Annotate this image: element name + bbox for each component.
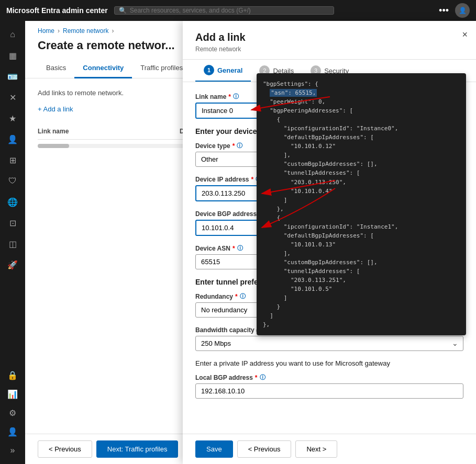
topbar: Microsoft Entra admin center 🔍 ••• 👤 <box>0 0 476 21</box>
local-bgp-input[interactable] <box>195 383 463 399</box>
search-input[interactable] <box>130 7 329 14</box>
sidebar-icon-globe[interactable]: 🌐 <box>3 193 22 211</box>
panel-prev-button[interactable]: < Previous <box>237 440 292 458</box>
app-brand: Microsoft Entra admin center <box>6 6 108 15</box>
breadcrumb-section[interactable]: Remote network <box>63 27 108 35</box>
sidebar-icon-groups[interactable]: ⊞ <box>3 151 22 169</box>
breadcrumb-sep1: › <box>58 27 60 35</box>
device-type-info-icon[interactable]: ⓘ <box>237 142 242 150</box>
avatar[interactable]: 👤 <box>455 3 470 18</box>
more-options-icon[interactable]: ••• <box>439 5 449 16</box>
sidebar-icon-expand[interactable]: » <box>3 441 22 460</box>
panel-subtitle: Remote network <box>195 46 463 53</box>
panel-tab-general-label: General <box>217 66 242 74</box>
device-asn-info-icon[interactable]: ⓘ <box>237 244 243 252</box>
sidebar: ⌂ ▦ 🪪 ✕ ★ 👤 ⊞ 🛡 🌐 ⊡ ◫ 🚀 🔒 📊 ⚙ 👤 » <box>0 21 25 464</box>
local-bgp-info-icon[interactable]: ⓘ <box>260 374 265 381</box>
sidebar-icon-home[interactable]: ⌂ <box>3 25 22 44</box>
panel-bottom: Save < Previous Next > <box>183 434 476 464</box>
search-icon: 🔍 <box>119 7 127 14</box>
tab-connectivity[interactable]: Connectivity <box>74 59 132 78</box>
sidebar-icon-dashboard[interactable]: ▦ <box>3 46 22 65</box>
panel-header: Add a link Remote network × <box>183 21 476 60</box>
sidebar-icon-star[interactable]: ★ <box>3 109 22 128</box>
next-button[interactable]: Next: Traffic profiles <box>96 440 179 458</box>
panel-tab-general[interactable]: 1 General <box>195 60 251 82</box>
tab-basics[interactable]: Basics <box>38 59 74 78</box>
close-icon[interactable]: × <box>462 29 468 40</box>
sidebar-icon-grid[interactable]: ⊡ <box>3 213 22 232</box>
topbar-right: ••• 👤 <box>439 3 470 18</box>
sidebar-icon-lock[interactable]: 🔒 <box>3 366 22 384</box>
bandwidth-select-wrapper: 250 Mbps <box>195 336 463 351</box>
bandwidth-select[interactable]: 250 Mbps <box>195 336 463 351</box>
sidebar-icon-id[interactable]: 🪪 <box>3 67 22 86</box>
link-name-info-icon[interactable]: ⓘ <box>233 93 239 100</box>
search-bar[interactable]: 🔍 <box>114 6 334 15</box>
panel-title: Add a link <box>195 31 463 43</box>
tab-num-1: 1 <box>204 65 214 75</box>
local-bgp-section: Enter a private IP address you want to u… <box>195 359 463 367</box>
sidebar-icon-shield[interactable]: 🛡 <box>3 172 22 190</box>
breadcrumb-sep2: › <box>112 27 114 35</box>
sidebar-icon-chart[interactable]: 📊 <box>3 384 22 403</box>
sidebar-icon-cross[interactable]: ✕ <box>3 88 22 107</box>
sidebar-icon-person[interactable]: 👤 <box>3 422 22 441</box>
sidebar-icon-settings[interactable]: ⚙ <box>3 403 22 422</box>
breadcrumb-home[interactable]: Home <box>38 27 54 35</box>
scrollbar-thumb[interactable] <box>38 144 69 148</box>
local-bgp-label: Local BGP address * ⓘ <box>195 374 463 381</box>
redundancy-info-icon[interactable]: ⓘ <box>240 292 246 300</box>
sidebar-icon-users[interactable]: 👤 <box>3 130 22 149</box>
sidebar-icon-app[interactable]: ◫ <box>3 234 22 253</box>
col-link-name: Link name <box>38 128 180 135</box>
sidebar-icon-rocket[interactable]: 🚀 <box>3 255 22 274</box>
panel-next-button[interactable]: Next > <box>295 440 337 458</box>
code-overlay: "bgpSettings": { "asn": 65515, "peerWeig… <box>257 73 466 335</box>
prev-button[interactable]: < Previous <box>38 440 92 458</box>
save-button[interactable]: Save <box>195 440 233 458</box>
local-bgp-field: Local BGP address * ⓘ <box>195 374 463 399</box>
